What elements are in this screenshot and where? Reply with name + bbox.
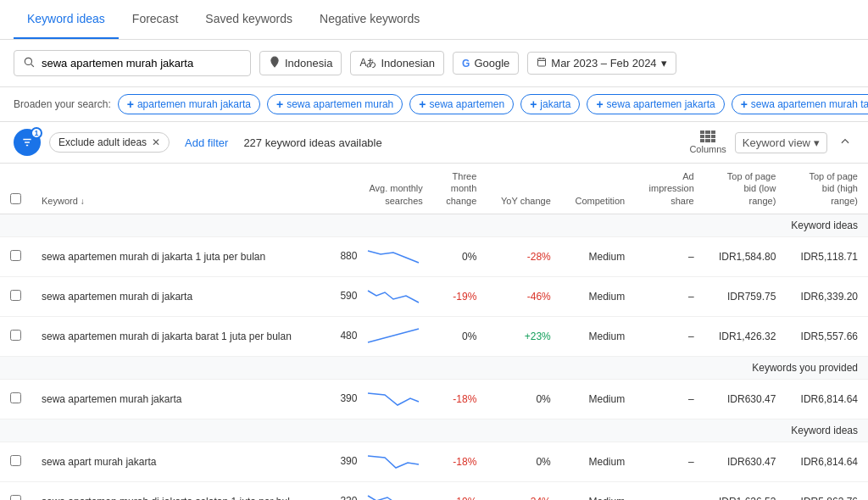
broaden-tag-label-4: sewa apartemen jakarta xyxy=(607,98,715,110)
close-icon[interactable]: ✕ xyxy=(152,136,160,148)
svg-rect-3 xyxy=(538,58,546,66)
yoy-cell: -34% xyxy=(487,481,560,500)
location-icon xyxy=(269,56,281,70)
plus-icon-3: + xyxy=(530,97,537,111)
top-page-high-header[interactable]: Top of pagebid (highrange) xyxy=(786,164,868,214)
keyword-view-button[interactable]: Keyword view ▾ xyxy=(735,132,827,153)
top-high-cell: IDR6,339.20 xyxy=(786,276,868,316)
svg-point-2 xyxy=(274,59,276,62)
broaden-tag-label-2: sewa apartemen xyxy=(429,98,504,110)
language-filter[interactable]: Aあ Indonesian xyxy=(350,51,444,75)
ad-impression-header[interactable]: Adimpressionshare xyxy=(635,164,704,214)
broaden-tag-3[interactable]: + jakarta xyxy=(520,94,580,114)
location-filter[interactable]: Indonesia xyxy=(259,51,342,75)
google-icon: G xyxy=(462,58,470,69)
ad-impression-cell: – xyxy=(635,236,704,276)
broaden-tag-label-1: sewa apartemen murah xyxy=(287,98,393,110)
table-row: sewa apartemen murah jakarta 390 -18% 0%… xyxy=(0,379,868,419)
tab-keyword-ideas[interactable]: Keyword ideas xyxy=(14,0,119,39)
collapse-button[interactable] xyxy=(836,132,854,153)
columns-button[interactable]: Columns xyxy=(689,131,726,154)
row-checkbox-cell[interactable] xyxy=(0,442,31,481)
keyword-header[interactable]: Keyword ↓ xyxy=(31,164,324,214)
plus-icon-4: + xyxy=(596,97,603,111)
three-month-cell: -18% xyxy=(433,379,487,419)
yoy-cell: +23% xyxy=(487,316,560,356)
avg-monthly-header[interactable]: Avg. monthlysearches xyxy=(324,164,432,214)
row-checkbox[interactable] xyxy=(10,290,21,301)
tab-forecast[interactable]: Forecast xyxy=(119,0,192,39)
broaden-tag-2[interactable]: + sewa apartemen xyxy=(409,94,514,114)
ad-impression-cell: – xyxy=(635,379,704,419)
avg-monthly-cell: 390 xyxy=(324,442,432,481)
row-checkbox[interactable] xyxy=(10,455,21,466)
row-checkbox[interactable] xyxy=(10,250,21,261)
broaden-tag-4[interactable]: + sewa apartemen jakarta xyxy=(587,94,724,114)
competition-cell: Medium xyxy=(561,481,635,500)
broaden-tag-label-0: apartemen murah jakarta xyxy=(137,98,251,110)
section-header-label: Keyword ideas xyxy=(0,214,868,236)
three-month-cell: 0% xyxy=(433,316,487,356)
ad-impression-cell: – xyxy=(635,276,704,316)
broaden-tag-5[interactable]: + sewa apartemen murah tangeran xyxy=(732,94,868,114)
row-checkbox-cell[interactable] xyxy=(0,236,31,276)
section-header-label: Keyword ideas xyxy=(0,419,868,442)
avg-monthly-cell: 480 xyxy=(324,316,432,356)
three-month-cell: -18% xyxy=(433,442,487,481)
yoy-cell: 0% xyxy=(487,442,560,481)
table-row: sewa apartemen murah di jakarta selatan … xyxy=(0,481,868,500)
yoy-cell: 0% xyxy=(487,379,560,419)
row-checkbox-cell[interactable] xyxy=(0,481,31,500)
tab-negative-keywords[interactable]: Negative keywords xyxy=(306,0,433,39)
dropdown-chevron-icon: ▾ xyxy=(814,136,820,149)
keyword-count: 227 keyword ideas available xyxy=(243,136,681,149)
select-all-checkbox[interactable] xyxy=(10,193,21,204)
top-page-low-header[interactable]: Top of pagebid (lowrange) xyxy=(704,164,787,214)
exclude-adult-pill[interactable]: Exclude adult ideas ✕ xyxy=(49,132,170,153)
filter-icon-button[interactable]: 1 xyxy=(14,129,41,156)
top-high-cell: IDR5,557.66 xyxy=(786,316,868,356)
row-checkbox[interactable] xyxy=(10,330,21,341)
top-high-cell: IDR5,863.76 xyxy=(786,481,868,500)
yoy-cell: -28% xyxy=(487,236,560,276)
competition-header[interactable]: Competition xyxy=(561,164,635,214)
broaden-tag-label-5: sewa apartemen murah tangeran xyxy=(751,98,868,110)
tab-bar: Keyword ideas Forecast Saved keywords Ne… xyxy=(0,0,868,40)
ad-impression-cell: – xyxy=(635,481,704,500)
yoy-header[interactable]: YoY change xyxy=(487,164,560,214)
row-checkbox-cell[interactable] xyxy=(0,276,31,316)
avg-monthly-cell: 880 xyxy=(324,236,432,276)
three-month-header[interactable]: Threemonthchange xyxy=(433,164,487,214)
broaden-tag-1[interactable]: + sewa apartemen murah xyxy=(267,94,403,114)
toolbar: 1 Exclude adult ideas ✕ Add filter 227 k… xyxy=(0,122,868,164)
ad-impression-cell: – xyxy=(635,316,704,356)
date-range-filter[interactable]: Mar 2023 – Feb 2024 ▾ xyxy=(527,52,676,75)
svg-point-0 xyxy=(25,58,31,64)
broaden-tag-0[interactable]: + apartemen murah jakarta xyxy=(118,94,260,114)
dropdown-arrow-icon: ▾ xyxy=(661,57,667,69)
row-checkbox-cell[interactable] xyxy=(0,379,31,419)
select-all-header[interactable] xyxy=(0,164,31,214)
three-month-cell: -19% xyxy=(433,481,487,500)
search-engine-filter[interactable]: G Google xyxy=(453,52,519,75)
row-checkbox-cell[interactable] xyxy=(0,316,31,356)
search-input[interactable] xyxy=(42,57,242,69)
tab-saved-keywords[interactable]: Saved keywords xyxy=(192,0,306,39)
search-area: Indonesia Aあ Indonesian G Google Mar 202… xyxy=(0,40,868,87)
three-month-cell: -19% xyxy=(433,276,487,316)
search-icon xyxy=(23,56,35,70)
add-filter-button[interactable]: Add filter xyxy=(178,133,235,153)
row-checkbox[interactable] xyxy=(10,495,21,500)
ad-impression-cell: – xyxy=(635,442,704,481)
location-label: Indonesia xyxy=(285,57,332,69)
top-low-cell: IDR1,584.80 xyxy=(704,236,787,276)
top-high-cell: IDR6,814.64 xyxy=(786,379,868,419)
three-month-cell: 0% xyxy=(433,236,487,276)
section-header: Keyword ideas xyxy=(0,419,868,442)
date-range-label: Mar 2023 – Feb 2024 xyxy=(551,57,656,69)
broaden-area: Broaden your search: + apartemen murah j… xyxy=(0,87,868,122)
row-checkbox[interactable] xyxy=(10,392,21,403)
top-high-cell: IDR6,814.64 xyxy=(786,442,868,481)
search-box[interactable] xyxy=(14,50,251,76)
top-low-cell: IDR630.47 xyxy=(704,379,787,419)
